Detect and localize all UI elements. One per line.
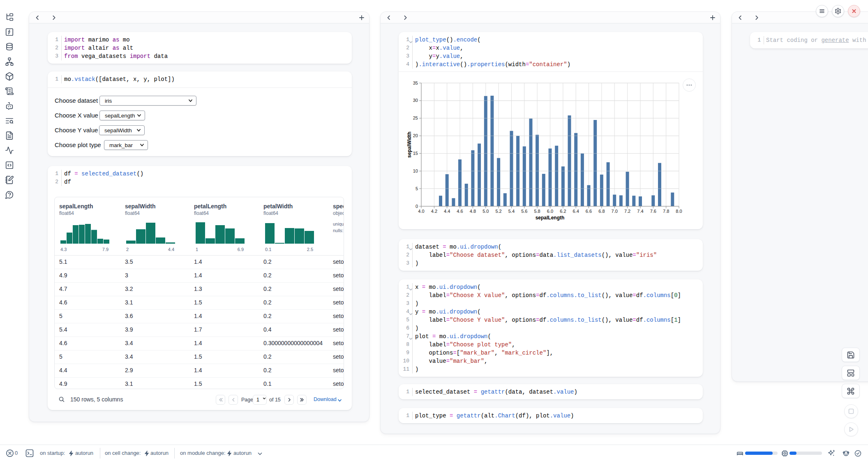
- svg-text:6.0: 6.0: [547, 209, 553, 214]
- svg-text:6.4: 6.4: [573, 209, 579, 214]
- svg-text:4.2: 4.2: [431, 209, 437, 214]
- svg-text:20: 20: [413, 133, 418, 138]
- svg-text:4.4: 4.4: [444, 209, 450, 214]
- svg-text:5.2: 5.2: [495, 209, 501, 214]
- svg-text:35: 35: [413, 81, 418, 85]
- svg-text:30: 30: [413, 98, 418, 103]
- svg-text:7.6: 7.6: [650, 209, 656, 214]
- svg-text:4.0: 4.0: [418, 209, 424, 214]
- svg-text:5.6: 5.6: [521, 209, 527, 214]
- svg-text:10: 10: [413, 168, 418, 173]
- svg-text:sepalLength: sepalLength: [536, 215, 565, 221]
- svg-text:4.8: 4.8: [470, 209, 476, 214]
- svg-text:7.0: 7.0: [612, 209, 618, 214]
- svg-text:0: 0: [416, 204, 418, 209]
- svg-text:7.8: 7.8: [663, 209, 669, 214]
- svg-text:sepalWidth: sepalWidth: [406, 131, 412, 158]
- svg-text:25: 25: [413, 115, 418, 120]
- svg-text:5.4: 5.4: [508, 209, 515, 214]
- svg-text:5.0: 5.0: [482, 209, 489, 214]
- svg-text:4.6: 4.6: [457, 209, 463, 214]
- svg-text:6.2: 6.2: [560, 209, 566, 214]
- svg-text:5: 5: [416, 186, 418, 191]
- svg-text:6.8: 6.8: [598, 209, 605, 214]
- svg-text:5.8: 5.8: [534, 209, 540, 214]
- svg-text:15: 15: [413, 151, 418, 156]
- svg-text:6.6: 6.6: [586, 209, 592, 214]
- svg-text:7.4: 7.4: [637, 209, 643, 214]
- svg-text:7.2: 7.2: [624, 209, 630, 214]
- svg-text:8.0: 8.0: [676, 209, 682, 214]
